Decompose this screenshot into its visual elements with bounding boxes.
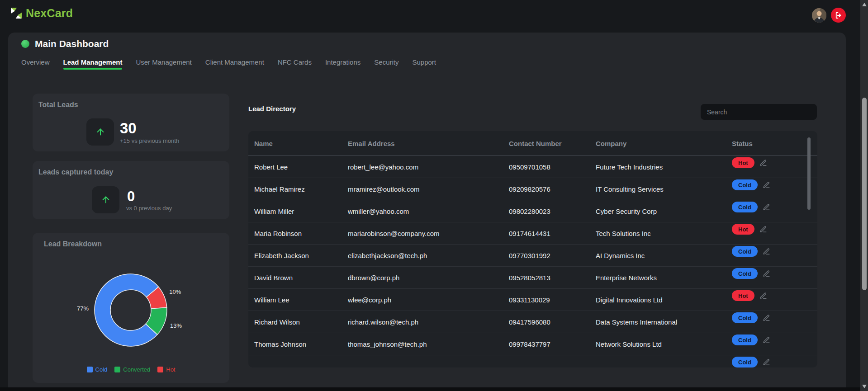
status-badge: Hot xyxy=(732,290,754,301)
status-dot xyxy=(21,40,29,48)
cell-name: Robert Lee xyxy=(254,163,288,171)
tab-support[interactable]: Support xyxy=(412,58,436,71)
user-avatar[interactable] xyxy=(812,8,826,23)
table-row: Maria Robinsonmariarobinson@company.com0… xyxy=(248,222,817,245)
status-badge: Cold xyxy=(732,334,758,345)
card-title: Total Leads xyxy=(38,101,78,109)
donut-data-label: 10% xyxy=(169,288,181,295)
edit-pencil-icon xyxy=(763,336,770,344)
scroll-up-arrow[interactable] xyxy=(860,1,868,8)
column-header-contact-number: Contact Number xyxy=(509,140,562,147)
brand-name: NexCard xyxy=(26,7,73,20)
legend-item-cold[interactable]: Cold xyxy=(87,366,108,373)
cell-status: Cold xyxy=(732,202,770,212)
cell-contact: 09174614431 xyxy=(509,230,550,237)
table-row: Elizabeth Jacksonelizabethjackson@tech.p… xyxy=(248,245,817,267)
cell-company: AI Dynamics Inc xyxy=(596,252,645,259)
cell-email: thomas_johnson@tech.ph xyxy=(348,340,427,348)
card-title: Leads captured today xyxy=(38,168,113,176)
lead-breakdown-donut-chart: 10%13%77% xyxy=(33,233,229,383)
edit-status-button[interactable] xyxy=(763,181,770,189)
cell-name: Elizabeth Jackson xyxy=(254,252,309,259)
table-row: William Millerwmiller@yahoo.com098022800… xyxy=(248,200,817,222)
cell-contact: 09209820576 xyxy=(509,185,550,193)
table-scrollbar-thumb[interactable] xyxy=(807,137,811,210)
tab-integrations[interactable]: Integrations xyxy=(325,58,360,71)
table-row: Thomas Johnsonthomas_johnson@tech.ph0997… xyxy=(248,333,817,355)
cell-status: Cold xyxy=(732,179,770,190)
edit-pencil-icon xyxy=(763,314,770,322)
table-row: Richard Wilsonrichard.wilson@tech.ph0941… xyxy=(248,311,817,333)
cell-company: Digital Innovations Ltd xyxy=(596,296,663,304)
cell-name: Richard Wilson xyxy=(254,318,300,326)
cell-contact: 09509701058 xyxy=(509,163,550,171)
edit-status-button[interactable] xyxy=(763,358,770,366)
status-badge: Cold xyxy=(732,246,758,257)
tab-nfc-cards[interactable]: NFC Cards xyxy=(278,58,312,71)
edit-status-button[interactable] xyxy=(763,314,770,322)
cell-company: Network Solutions Ltd xyxy=(596,340,662,348)
edit-status-button[interactable] xyxy=(763,336,770,344)
edit-status-button[interactable] xyxy=(763,203,770,211)
tab-user-management[interactable]: User Management xyxy=(136,58,191,71)
cell-company: Future Tech Industries xyxy=(596,163,663,171)
status-badge: Cold xyxy=(732,179,758,190)
tab-overview[interactable]: Overview xyxy=(21,58,50,71)
edit-pencil-icon xyxy=(763,181,770,189)
edit-status-button[interactable] xyxy=(763,270,770,278)
legend-item-hot[interactable]: Hot xyxy=(157,366,175,373)
scroll-down-arrow[interactable] xyxy=(860,383,868,390)
page-scrollbar-track[interactable] xyxy=(860,0,868,391)
trend-up-icon xyxy=(95,127,105,137)
total-leads-card: Total Leads 30 +15 vs previous month xyxy=(33,94,229,151)
tab-client-management[interactable]: Client Management xyxy=(205,58,264,71)
dashboard-panel: Main Dashboard OverviewLead ManagementUs… xyxy=(8,33,846,387)
table-row: Cold xyxy=(248,355,817,367)
edit-pencil-icon xyxy=(759,226,767,233)
logout-button[interactable] xyxy=(831,8,846,23)
tab-security[interactable]: Security xyxy=(374,58,398,71)
trend-tile xyxy=(92,186,119,213)
cell-name: Maria Robinson xyxy=(254,230,302,237)
user-photo xyxy=(812,8,826,23)
edit-pencil-icon xyxy=(763,203,770,211)
tab-lead-management[interactable]: Lead Management xyxy=(63,58,123,71)
cell-company: Cyber Security Corp xyxy=(596,207,657,215)
donut-segment-cold xyxy=(95,274,158,346)
cell-email: wlee@corp.ph xyxy=(348,296,391,304)
leads-today-card: Leads captured today 0 vs 0 previous day xyxy=(33,161,229,219)
cell-contact: 09331130029 xyxy=(509,296,550,304)
edit-status-button[interactable] xyxy=(763,248,770,255)
donut-data-label: 77% xyxy=(77,305,89,312)
cell-company: Enterprise Networks xyxy=(596,274,657,282)
table-body: Robert Leerobert_lee@yahoo.com0950970105… xyxy=(248,156,817,367)
cell-status: Cold xyxy=(732,246,770,257)
nexcard-logo-icon xyxy=(9,6,24,20)
table-header-row: NameEmail AddressContact NumberCompanySt… xyxy=(248,131,817,156)
cell-name: David Brown xyxy=(254,274,293,282)
status-badge: Cold xyxy=(732,312,758,323)
legend-item-converted[interactable]: Converted xyxy=(114,366,150,373)
edit-status-button[interactable] xyxy=(759,226,767,233)
cell-email: robert_lee@yahoo.com xyxy=(348,163,418,171)
page-scrollbar-thumb[interactable] xyxy=(862,98,867,290)
edit-pencil-icon xyxy=(763,358,770,366)
horizontal-scrollbar-track xyxy=(0,387,860,391)
column-header-status: Status xyxy=(732,140,753,147)
cell-contact: 09978437797 xyxy=(509,340,550,348)
lead-table: NameEmail AddressContact NumberCompanySt… xyxy=(248,131,817,367)
stat-value: 0 xyxy=(127,188,135,205)
stat-delta: +15 vs previous month xyxy=(120,137,179,144)
section-title: Lead Directory xyxy=(248,105,296,113)
cell-company: Data Systems International xyxy=(596,318,677,326)
cell-email: mariarobinson@company.com xyxy=(348,230,440,237)
cell-email: dbrown@corp.ph xyxy=(348,274,399,282)
search-input[interactable] xyxy=(701,104,817,120)
edit-status-button[interactable] xyxy=(759,292,767,300)
cell-email: elizabethjackson@tech.ph xyxy=(348,252,427,259)
brand: NexCard xyxy=(9,6,73,20)
edit-status-button[interactable] xyxy=(759,159,767,167)
cell-contact: 09528052813 xyxy=(509,274,550,282)
status-badge: Cold xyxy=(732,357,758,367)
top-navbar: NexCard xyxy=(0,0,860,33)
